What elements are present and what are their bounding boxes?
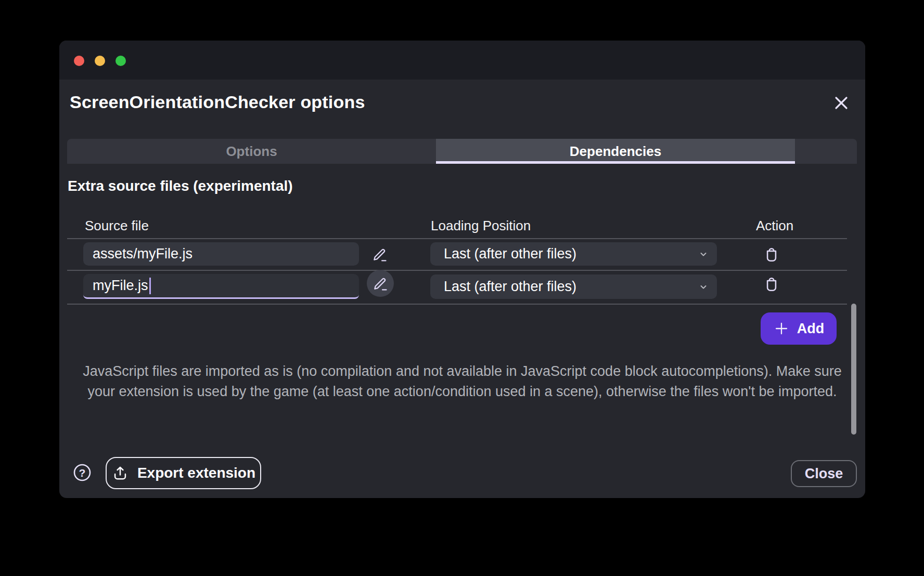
edit-source-file-button[interactable] — [366, 241, 393, 268]
loading-position-value: Last (after other files) — [444, 246, 576, 262]
source-file-input[interactable]: assets/myFile.js — [83, 242, 359, 266]
pen-icon — [371, 245, 389, 263]
table-divider — [67, 270, 847, 271]
trash-icon — [762, 274, 781, 294]
source-file-input-focused[interactable]: myFile.js — [83, 274, 359, 299]
column-header-source-file: Source file — [85, 218, 149, 234]
add-button-label: Add — [797, 321, 824, 337]
window-titlebar — [59, 41, 865, 80]
column-header-action: Action — [756, 218, 793, 234]
export-extension-button[interactable]: Export extension — [106, 457, 261, 489]
tab-options-label: Options — [226, 143, 277, 160]
screen-background: ScreenOrientationChecker options Options… — [0, 0, 924, 576]
close-button-label: Close — [805, 466, 843, 482]
add-source-file-button[interactable]: Add — [761, 312, 837, 345]
delete-row-button[interactable] — [758, 241, 785, 268]
extension-options-dialog: ScreenOrientationChecker options Options… — [59, 41, 865, 498]
close-icon — [832, 94, 851, 112]
upload-icon — [111, 464, 129, 482]
delete-row-button[interactable] — [758, 270, 785, 297]
chevron-down-icon — [697, 281, 710, 293]
traffic-light-minimize-icon[interactable] — [95, 56, 105, 66]
table-divider — [67, 238, 847, 239]
close-button[interactable]: Close — [791, 460, 857, 487]
loading-position-value: Last (after other files) — [444, 279, 576, 295]
help-button[interactable]: ? — [72, 462, 93, 483]
edit-source-file-button[interactable] — [367, 270, 394, 297]
traffic-light-zoom-icon[interactable] — [116, 56, 126, 66]
traffic-light-close-icon[interactable] — [74, 56, 84, 66]
trash-icon — [762, 244, 781, 264]
source-file-value: assets/myFile.js — [93, 246, 192, 262]
plus-icon — [773, 320, 790, 337]
tab-dependencies-label: Dependencies — [570, 143, 661, 160]
table-divider — [67, 304, 847, 305]
tab-dependencies[interactable]: Dependencies — [436, 139, 795, 164]
vertical-scrollbar-thumb[interactable] — [851, 304, 856, 435]
close-dialog-button[interactable] — [832, 94, 851, 112]
pen-icon — [371, 274, 389, 292]
source-files-help-text: JavaScript files are imported as is (no … — [75, 361, 850, 401]
tab-options[interactable]: Options — [67, 139, 436, 164]
section-heading: Extra source files (experimental) — [68, 178, 293, 194]
text-cursor — [149, 278, 151, 294]
column-header-loading-position: Loading Position — [431, 218, 531, 234]
dialog-title: ScreenOrientationChecker options — [70, 92, 365, 112]
chevron-down-icon — [697, 248, 710, 260]
question-mark-circle-icon: ? — [72, 462, 93, 483]
export-extension-label: Export extension — [137, 465, 255, 481]
source-file-value: myFile.js — [93, 278, 148, 294]
active-tab-indicator — [436, 161, 795, 164]
loading-position-select[interactable]: Last (after other files) — [430, 242, 717, 266]
tab-bar-filler — [795, 139, 857, 164]
loading-position-select[interactable]: Last (after other files) — [430, 274, 717, 299]
svg-text:?: ? — [79, 467, 86, 479]
tab-bar: Options Dependencies — [67, 139, 857, 164]
